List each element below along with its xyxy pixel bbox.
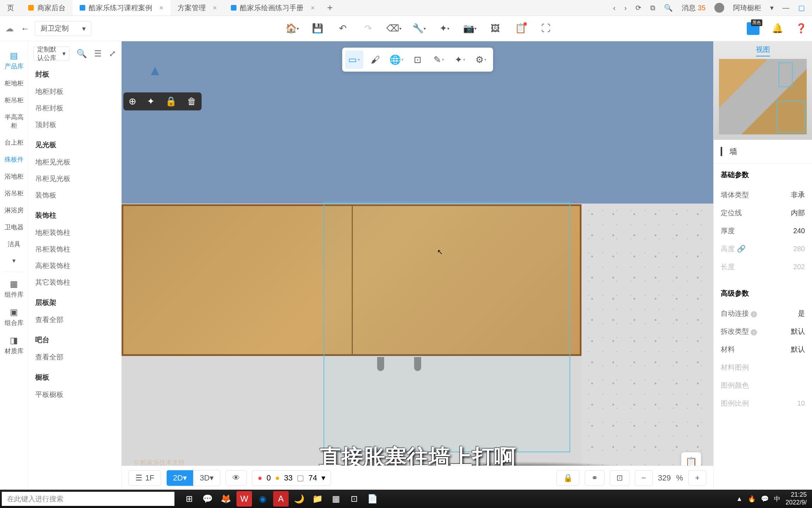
select-tool[interactable]: ▭▾ <box>345 50 363 69</box>
tray-icon[interactable]: 💬 <box>761 495 769 503</box>
prop-baseline[interactable]: 定位线内部 <box>721 204 805 222</box>
rail-item-special[interactable]: 殊板件 <box>0 151 28 168</box>
refresh-icon[interactable]: ⟳ <box>635 4 641 12</box>
lock-button[interactable]: 🔒 <box>556 470 579 486</box>
notes-icon[interactable]: 📋 <box>515 23 526 34</box>
user-icon[interactable]: 黑色 <box>747 22 759 35</box>
category-item[interactable]: 吊柜装饰柱 <box>35 241 114 258</box>
notepad-icon[interactable]: 📄 <box>365 491 380 507</box>
user-name[interactable]: 阿琦橱柜 <box>733 3 761 13</box>
rail-item[interactable]: 台上柜 <box>0 134 28 151</box>
task-view-icon[interactable]: ⊞ <box>182 491 197 507</box>
rail-item[interactable]: 淋浴房 <box>0 202 28 219</box>
category-item[interactable]: 地柜见光板 <box>35 154 114 170</box>
category-item[interactable]: 地柜封板 <box>35 83 114 100</box>
category-item[interactable]: 高柜装饰柱 <box>35 258 114 274</box>
category-item[interactable]: 其它装饰柱 <box>35 274 114 291</box>
camera-icon[interactable]: 📷▾ <box>464 23 475 34</box>
list-icon[interactable]: ☰ <box>94 49 102 59</box>
zoom-in-button[interactable]: + <box>688 470 706 486</box>
tray-icon[interactable]: 🔥 <box>748 495 756 503</box>
zoom-out-button[interactable]: − <box>635 470 653 486</box>
tab-merchant[interactable]: 商家后台 <box>21 0 73 16</box>
nav-back-icon[interactable]: ‹ <box>613 4 616 12</box>
maximize-icon[interactable]: ▢ <box>798 4 805 12</box>
tray-icon[interactable]: ▲ <box>736 495 743 503</box>
search-input[interactable]: 在此键入进行搜索 <box>2 492 174 506</box>
messages[interactable]: 消息 35 <box>682 3 706 13</box>
tab-course[interactable]: 酷家乐练习课程案例 × <box>73 0 171 16</box>
eraser-icon[interactable]: ⌫▾ <box>388 23 399 34</box>
puzzle-tool[interactable]: ✦▾ <box>451 50 469 69</box>
nav-fwd-icon[interactable]: › <box>625 4 627 12</box>
app-icon[interactable]: ▦ <box>328 491 344 507</box>
library-select[interactable]: 定制默认公库▾ <box>33 47 69 61</box>
image-icon[interactable]: 🖼 <box>490 23 501 34</box>
app-icon[interactable]: ⊡ <box>346 491 362 507</box>
avatar[interactable] <box>714 3 724 13</box>
light-icon[interactable]: ✦ <box>147 96 155 107</box>
tab-plan[interactable]: 方案管理 × <box>171 0 224 16</box>
category-item[interactable]: 查看全部 <box>35 349 114 365</box>
gear-tool[interactable]: ⚙▾ <box>472 50 490 69</box>
category-item[interactable]: 查看全部 <box>35 312 114 328</box>
category-item[interactable]: 平板橱板 <box>35 386 114 403</box>
eye-button[interactable]: 👁 <box>226 470 247 486</box>
cloud-icon[interactable]: ☁ <box>5 24 14 34</box>
rail-item[interactable]: 洁具 <box>0 236 28 253</box>
help-icon[interactable]: ❓ <box>795 23 807 34</box>
category-item[interactable]: 吊柜见光板 <box>35 170 114 187</box>
chevron-down-icon[interactable]: ▾ <box>770 4 774 12</box>
search-icon[interactable]: 🔍 <box>664 4 673 12</box>
brush-tool[interactable]: 🖌 <box>366 50 385 69</box>
redo-icon[interactable]: ↷ <box>363 23 374 34</box>
link-button[interactable]: ⚭ <box>585 470 604 486</box>
tab-draw[interactable]: 酷家乐绘画练习手册 × <box>224 0 322 16</box>
3d-button[interactable]: 3D ▾ <box>193 470 220 486</box>
lock-icon[interactable]: 🔒 <box>165 96 177 107</box>
minimize-icon[interactable]: — <box>782 4 789 12</box>
rail-item[interactable]: 柜地柜 <box>0 75 28 92</box>
expand-icon[interactable]: ⤢ <box>109 49 116 59</box>
home-icon[interactable]: 🏠▾ <box>287 23 298 34</box>
undo-icon[interactable]: ↶ <box>337 23 349 34</box>
rail-item[interactable]: 卫电器 <box>0 219 28 236</box>
wrench-icon[interactable]: 🔧▾ <box>413 23 425 34</box>
category-item[interactable]: 装饰板 <box>35 187 114 204</box>
2d-button[interactable]: 2D ▾ <box>167 470 193 486</box>
floor-button[interactable]: ☰ 1F <box>129 470 161 486</box>
magic-icon[interactable]: ✦▾ <box>439 23 450 34</box>
category-item[interactable]: 地柜装饰柱 <box>35 224 114 241</box>
prop-demolish[interactable]: 拆改类型i默认 <box>721 322 805 340</box>
rail-more[interactable]: ▾ <box>0 253 28 269</box>
rail-item[interactable]: 浴地柜 <box>0 168 28 185</box>
edge-icon[interactable]: ◉ <box>255 491 270 507</box>
category-item[interactable]: 吊柜封板 <box>35 100 114 116</box>
category-item[interactable]: 顶封板 <box>35 116 114 133</box>
bell-icon[interactable]: 🔔 <box>772 23 783 34</box>
wechat-icon[interactable]: 💬 <box>200 491 215 507</box>
clock-time[interactable]: 21:25 <box>786 491 807 499</box>
ime-indicator[interactable]: 中 <box>774 495 780 503</box>
prop-thickness[interactable]: 厚度240 <box>721 222 805 240</box>
autocad-icon[interactable]: A <box>273 491 289 507</box>
prop-autoconnect[interactable]: 自动连接i是 <box>721 304 805 322</box>
marker-tool[interactable]: ✎▾ <box>430 50 448 69</box>
wps-icon[interactable]: W <box>236 491 252 507</box>
rail-item[interactable]: 柜吊柜 <box>0 92 28 109</box>
expand-icon[interactable]: ⛶ <box>540 23 552 34</box>
save-icon[interactable]: 💾 <box>312 23 323 34</box>
view-tab[interactable]: 视图 <box>756 45 770 56</box>
firefox-icon[interactable]: 🦊 <box>218 491 234 507</box>
tab-home[interactable]: 页 <box>0 0 21 16</box>
rail-materials[interactable]: ◨材质库 <box>0 331 28 359</box>
3d-preview[interactable]: 视图 <box>714 41 812 140</box>
add-tab-icon[interactable]: + <box>327 2 333 13</box>
prop-material[interactable]: 材料默认 <box>721 340 805 358</box>
globe-tool[interactable]: 🌐▾ <box>387 50 406 69</box>
scan-tool[interactable]: ⊡ <box>408 50 427 69</box>
rail-item[interactable]: 半高高柜 <box>0 109 28 134</box>
close-icon[interactable]: × <box>213 4 217 12</box>
rail-components[interactable]: ▦组件库 <box>0 275 28 303</box>
back-button[interactable]: ← <box>21 24 35 34</box>
